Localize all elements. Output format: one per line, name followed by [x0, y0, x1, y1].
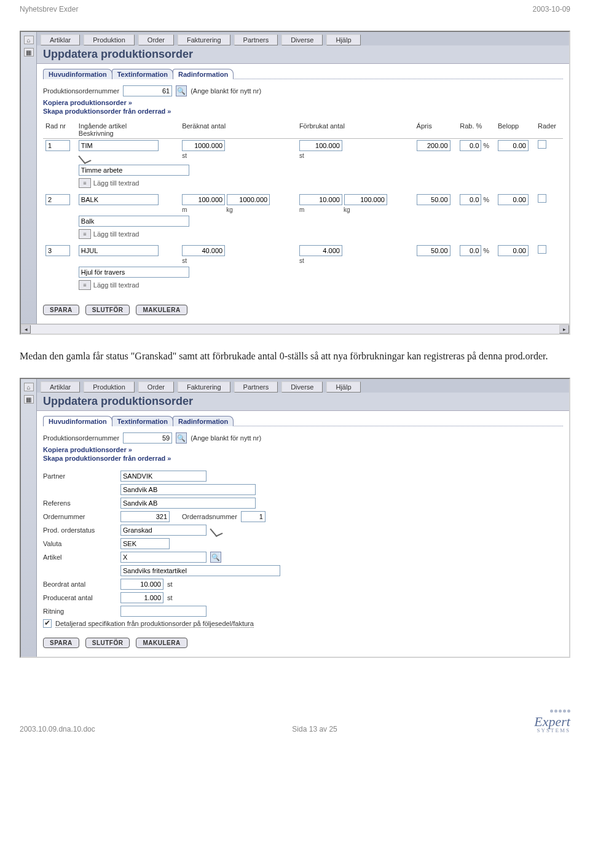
belopp-input[interactable]	[498, 245, 529, 256]
textrad-label[interactable]: Lägg till textrad	[93, 179, 140, 187]
link-create-from-row[interactable]: Skapa produktionsorder från orderrad »	[43, 108, 563, 115]
pono-input[interactable]	[123, 85, 172, 96]
forbrukat-input[interactable]	[299, 245, 342, 256]
horizontal-scrollbar[interactable]: ◂ ▸	[21, 324, 569, 334]
belopp-input[interactable]	[498, 140, 529, 151]
menu-hjalp[interactable]: Hjälp	[326, 381, 360, 393]
beraknat-input[interactable]	[182, 245, 225, 256]
referens-input[interactable]	[120, 498, 256, 509]
scroll-right-icon[interactable]: ▸	[559, 325, 569, 334]
textrad-row: ≡Lägg till textrad	[43, 279, 563, 291]
lookup-icon[interactable]: 🔍	[176, 432, 187, 444]
rabatt-input[interactable]	[460, 140, 481, 151]
menu-produktion[interactable]: Produktion	[84, 34, 135, 45]
beordrat-input[interactable]	[120, 579, 163, 590]
apris-input[interactable]	[417, 245, 450, 256]
menu-partners[interactable]: Partners	[234, 34, 278, 45]
textrad-icon[interactable]: ≡	[79, 280, 91, 290]
rabatt-input[interactable]	[460, 245, 481, 256]
producerat-input[interactable]	[120, 592, 163, 603]
tab-radinformation[interactable]: Radinformation	[173, 69, 234, 79]
partner-code-input[interactable]	[120, 471, 206, 482]
menu-artiklar[interactable]: Artiklar	[41, 34, 80, 45]
grid-icon[interactable]: ▦	[24, 395, 34, 404]
tab-huvudinformation[interactable]: Huvudinformation	[43, 416, 112, 426]
pono-hint: (Ange blankt för nytt nr)	[191, 87, 261, 95]
lookup-icon[interactable]: 🔍	[210, 552, 221, 563]
artikel-input[interactable]	[79, 245, 159, 256]
forbrukat-input[interactable]	[299, 194, 342, 205]
left-toolbar: ⌂ ▦	[21, 32, 37, 324]
tab-huvudinformation[interactable]: Huvudinformation	[43, 69, 112, 79]
beraknat-input[interactable]	[182, 194, 225, 205]
textrad-icon[interactable]: ≡	[79, 229, 91, 239]
unit-row: stst	[43, 152, 563, 163]
menu-diverse[interactable]: Diverse	[281, 381, 323, 393]
link-copy-order[interactable]: Kopiera produktionsorder »	[43, 446, 563, 453]
description-input[interactable]	[79, 267, 189, 278]
menu-produktion[interactable]: Produktion	[84, 381, 135, 393]
makulera-button[interactable]: MAKULERA	[136, 638, 187, 648]
slutfor-button[interactable]: SLUTFÖR	[85, 305, 130, 315]
beraknat2-input[interactable]	[227, 194, 270, 205]
belopp-input[interactable]	[498, 194, 529, 205]
spara-button[interactable]: SPARA	[43, 638, 79, 648]
tab-radinformation[interactable]: Radinformation	[173, 416, 234, 426]
tab-textinformation[interactable]: Textinformation	[112, 69, 173, 79]
menu-hjalp[interactable]: Hjälp	[326, 34, 360, 45]
radnr-input[interactable]	[45, 140, 70, 151]
radnr-input[interactable]	[45, 194, 70, 205]
delete-checkbox[interactable]	[538, 194, 546, 203]
grid-icon[interactable]: ▦	[24, 48, 34, 57]
artikel-input[interactable]	[79, 140, 159, 151]
textrad-label[interactable]: Lägg till textrad	[93, 281, 140, 289]
description-input[interactable]	[79, 165, 189, 176]
lookup-icon[interactable]: 🔍	[176, 85, 187, 96]
partner-name-input[interactable]	[120, 484, 256, 495]
delete-checkbox[interactable]	[538, 140, 546, 149]
artikel-code-input[interactable]	[120, 552, 206, 563]
menu-diverse[interactable]: Diverse	[281, 34, 323, 45]
beraknat-input[interactable]	[182, 140, 225, 151]
rabatt-input[interactable]	[460, 194, 481, 205]
menu-order[interactable]: Order	[138, 381, 174, 393]
forbrukat-input[interactable]	[299, 140, 342, 151]
ritning-input[interactable]	[120, 606, 206, 617]
tab-textinformation[interactable]: Textinformation	[112, 416, 173, 426]
menu-fakturering[interactable]: Fakturering	[178, 381, 230, 393]
pono-input[interactable]	[123, 432, 172, 444]
apris-input[interactable]	[417, 194, 450, 205]
menu-artiklar[interactable]: Artiklar	[41, 381, 80, 393]
menu-partners[interactable]: Partners	[234, 381, 278, 393]
link-copy-order[interactable]: Kopiera produktionsorder »	[43, 99, 563, 106]
home-icon[interactable]: ⌂	[24, 36, 34, 44]
orderradsnummer-input[interactable]	[241, 511, 266, 522]
delete-checkbox[interactable]	[538, 245, 546, 254]
prodstatus-input[interactable]	[120, 525, 206, 536]
menu-order[interactable]: Order	[138, 34, 174, 45]
cursor-icon	[210, 525, 220, 535]
valuta-input[interactable]	[120, 538, 170, 549]
tabs: Huvudinformation Textinformation Radinfo…	[43, 416, 563, 426]
forbrukat2-input[interactable]	[344, 194, 387, 205]
menu-fakturering[interactable]: Fakturering	[178, 34, 230, 45]
spec-checkbox[interactable]: ✔	[43, 619, 52, 628]
spara-button[interactable]: SPARA	[43, 305, 79, 315]
label-ordernummer: Ordernummer	[43, 513, 117, 520]
home-icon[interactable]: ⌂	[24, 383, 34, 391]
link-create-from-row[interactable]: Skapa produktionsorder från orderrad »	[43, 455, 563, 462]
description-input[interactable]	[79, 216, 189, 227]
col-beraknat: Beräknat antal	[179, 121, 297, 139]
textrad-label[interactable]: Lägg till textrad	[93, 230, 140, 238]
radnr-input[interactable]	[45, 245, 70, 256]
pono-label: Produktionsordernummer	[43, 434, 119, 442]
ordernummer-input[interactable]	[120, 511, 170, 522]
screenshot-radinformation: ⌂ ▦ Artiklar Produktion Order Fakturerin…	[20, 31, 570, 335]
artikel-input[interactable]	[79, 194, 159, 205]
apris-input[interactable]	[417, 140, 450, 151]
slutfor-button[interactable]: SLUTFÖR	[85, 638, 130, 648]
artikel-name-input[interactable]	[120, 565, 280, 576]
textrad-icon[interactable]: ≡	[79, 178, 91, 188]
makulera-button[interactable]: MAKULERA	[136, 305, 187, 315]
scroll-left-icon[interactable]: ◂	[21, 325, 31, 334]
